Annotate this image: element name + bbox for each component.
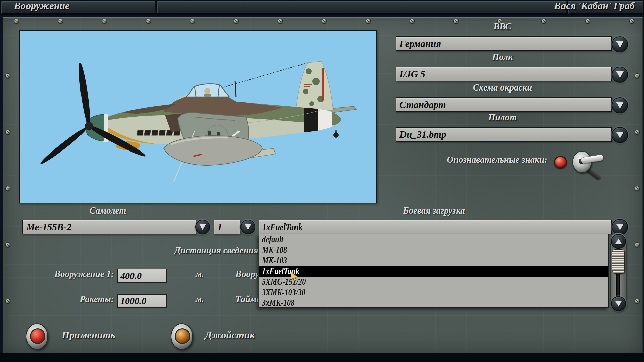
screw-icon: [190, 19, 195, 24]
loadout-combo-value: 1xFuelTank: [262, 220, 302, 234]
apply-button[interactable]: [26, 323, 48, 350]
field-label-regiment: Полк: [396, 52, 609, 62]
aircraft-count-box[interactable]: 1: [214, 220, 240, 234]
markings-indicator-lamp: [554, 156, 567, 169]
screw-icon: [635, 130, 640, 135]
screw-icon: [629, 19, 634, 24]
aircraft-image: [20, 31, 375, 201]
markings-label: Опознавательные знаки:: [402, 155, 547, 165]
player-name: Вася 'Кабан' Граб: [554, 0, 635, 11]
screw-icon: [102, 19, 107, 24]
screw-icon: [14, 19, 19, 24]
arrow-up-icon: [615, 238, 622, 244]
weapon1-label: Вооружение 1:: [20, 269, 114, 279]
pilot-figure: [204, 88, 210, 94]
fuel-tank: [164, 136, 262, 165]
convergence-heading: Дистанция сведения: [134, 245, 258, 256]
mouse-cursor-icon: [290, 272, 299, 284]
pilot-combo[interactable]: Du_31.bmp: [396, 127, 612, 142]
screw-icon: [366, 19, 371, 24]
loadout-option[interactable]: default: [259, 234, 608, 245]
arrow-down-icon: [616, 132, 624, 138]
screw-icon: [234, 19, 239, 24]
loadout-option[interactable]: 3xMK-108: [259, 298, 608, 308]
regiment-dropdown-button[interactable]: [612, 67, 628, 83]
joystick-button[interactable]: [171, 323, 193, 350]
timer-label-clipped: Тайме: [235, 294, 258, 304]
arrow-down-icon: [245, 224, 251, 230]
rockets-unit: м.: [196, 294, 204, 304]
scroll-down-button[interactable]: [611, 296, 626, 311]
screw-icon: [635, 73, 640, 78]
aircraft-preview: [19, 30, 377, 203]
aircraft-label: Самолет: [22, 205, 193, 216]
screw-icon: [5, 73, 10, 78]
paintscheme-dropdown-button[interactable]: [612, 97, 628, 113]
scroll-up-button[interactable]: [611, 234, 626, 249]
bottom-frame: [0, 353, 644, 362]
screw-icon: [146, 19, 151, 24]
screw-icon: [5, 299, 10, 304]
pilot-dropdown-button[interactable]: [612, 127, 628, 143]
loadout-option[interactable]: 3XMK-103/30: [259, 287, 608, 298]
rockets-label: Ракеты:: [20, 294, 114, 304]
screw-icon: [5, 130, 10, 135]
red-button-icon: [30, 328, 45, 344]
screw-icon: [278, 19, 283, 24]
weapon2-label-clipped: Воору: [235, 269, 258, 279]
arrow-down-icon: [616, 102, 624, 109]
scrollbar-thumb[interactable]: [612, 249, 625, 274]
field-label-pilot: Пилот: [396, 112, 609, 123]
armament-screen: Вооружение Вася 'Кабан' Граб: [0, 0, 644, 362]
airforce-combo[interactable]: Германия: [396, 36, 612, 51]
screw-icon: [5, 242, 10, 247]
field-label-airforce: ВВС: [396, 21, 609, 32]
screw-icon: [5, 186, 10, 191]
weapon1-unit: м.: [196, 269, 204, 279]
loadout-option[interactable]: 5XMG-151/20: [259, 277, 608, 287]
airforce-dropdown-button[interactable]: [612, 36, 628, 52]
titlebar: Вооружение Вася 'Кабан' Граб: [0, 0, 644, 15]
aircraft-count-dropdown-button[interactable]: [240, 220, 255, 234]
loadout-option-selected[interactable]: 1xFuelTank: [259, 266, 608, 277]
joystick-button-label: Джойстик: [205, 329, 255, 341]
arrow-down-icon: [199, 224, 206, 230]
loadout-option[interactable]: MK-103: [259, 255, 608, 266]
amber-button-icon: [175, 328, 190, 344]
arrow-down-icon: [616, 224, 624, 230]
regiment-combo[interactable]: I/JG 5: [396, 67, 612, 81]
weapon1-input[interactable]: 400.0: [117, 269, 167, 283]
arrow-down-icon: [616, 71, 624, 78]
screw-icon: [322, 19, 327, 24]
apply-button-label: Применить: [62, 329, 115, 341]
titlebar-mid-segment: [157, 1, 567, 14]
paintscheme-combo[interactable]: Стандарт: [396, 97, 612, 112]
loadout-option[interactable]: MK-108: [259, 245, 608, 256]
page-title: Вооружение: [14, 0, 69, 11]
arrow-down-icon: [616, 41, 624, 48]
rockets-input[interactable]: 1000.0: [117, 294, 167, 308]
loadout-label: Боевая загрузка: [259, 205, 609, 216]
aircraft-dropdown-button[interactable]: [195, 220, 210, 234]
screw-icon: [58, 19, 63, 24]
arrow-down-icon: [615, 301, 622, 307]
loadout-combo[interactable]: 1xFuelTank: [259, 220, 612, 234]
screw-icon: [635, 242, 640, 247]
antenna-wire: [208, 63, 308, 92]
loadout-options-list: default MK-108 MK-103 1xFuelTank 5XMG-15…: [259, 234, 609, 308]
aircraft-combo[interactable]: Me-155B-2: [22, 220, 196, 234]
screw-icon: [635, 299, 640, 304]
screw-icon: [635, 186, 640, 191]
field-label-paintscheme: Схема окраски: [396, 82, 609, 93]
